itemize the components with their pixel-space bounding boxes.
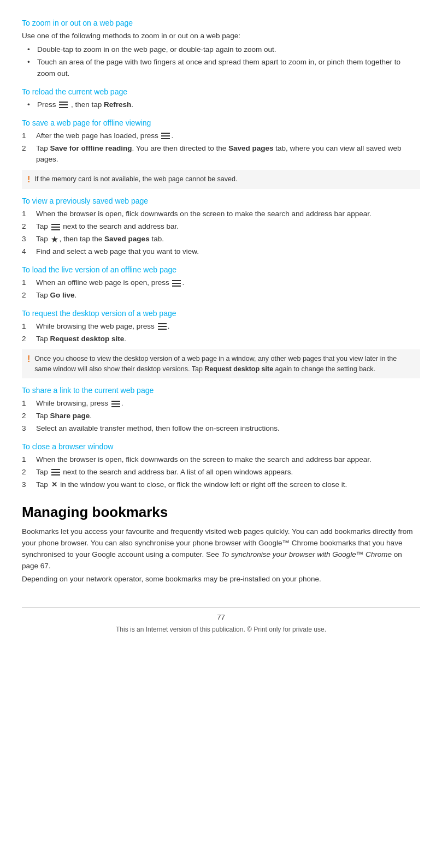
live-bold: Go live: [50, 291, 75, 299]
desktop-steps: 1 While browsing the web page, press . 2…: [22, 321, 420, 345]
vs-step-4-text: Find and select a web page that you want…: [36, 246, 199, 258]
desktop-num-2: 2: [22, 334, 31, 345]
live-step-2: 2 Tap Go live.: [22, 290, 420, 301]
share-steps: 1 While browsing, press . 2 Tap Share pa…: [22, 398, 420, 435]
save-num-2: 2: [22, 143, 31, 166]
reload-bold: Refresh: [104, 100, 131, 109]
menu-icon-reload: [59, 102, 68, 108]
warning-icon-desktop: !: [27, 354, 30, 364]
menu-icon-close2: [51, 469, 60, 475]
close-step-3-text: Tap ✕ in the window you want to close, o…: [36, 479, 347, 491]
star-icon-vs3: [51, 236, 58, 243]
vs-step-1-text: When the browser is open, flick downward…: [36, 209, 372, 220]
save-bold-1: Save for offline reading: [50, 144, 132, 152]
view-saved-step-4: 4 Find and select a web page that you wa…: [22, 246, 420, 258]
heading-view-saved: To view a previously saved web page: [22, 197, 420, 205]
vs-num-3: 3: [22, 234, 31, 245]
share-step-1-text: While browsing, press .: [36, 398, 123, 409]
save-warning: ! If the memory card is not available, t…: [22, 170, 420, 189]
live-num-1: 1: [22, 277, 31, 289]
reload-step-1: Press , then tap Refresh.: [27, 99, 420, 111]
share-step-3-text: Select an available transfer method, the…: [36, 423, 280, 435]
zoom-bullet-1: Double-tap to zoom in on the web page, o…: [27, 44, 420, 56]
vs-step-3-text: Tap , then tap the Saved pages tab.: [36, 234, 164, 245]
desktop-warning: ! Once you choose to view the desktop ve…: [22, 349, 420, 379]
heading-save: To save a web page for offline viewing: [22, 118, 420, 127]
zoom-bullet-2: Touch an area of the page with two finge…: [27, 57, 420, 80]
close-step-3: 3 Tap ✕ in the window you want to close,…: [22, 479, 420, 491]
desktop-warning-bold: Request desktop site: [204, 365, 273, 373]
save-num-1: 1: [22, 130, 31, 142]
vs-num-4: 4: [22, 246, 31, 258]
save-bold-2: Saved pages: [228, 144, 274, 152]
managing-italic: To synchronise your browser with Google™…: [221, 550, 392, 558]
section-live: To load the live version of an offline w…: [22, 265, 420, 301]
close-num-3: 3: [22, 479, 31, 491]
menu-icon-share1: [111, 401, 120, 407]
menu-icon-vs2: [51, 224, 60, 230]
share-num-1: 1: [22, 398, 31, 409]
heading-live: To load the live version of an offline w…: [22, 265, 420, 274]
vs-num-2: 2: [22, 221, 31, 233]
share-bold: Share page: [50, 412, 90, 420]
share-step-2: 2 Tap Share page.: [22, 411, 420, 422]
desktop-bold: Request desktop site: [50, 335, 125, 343]
zoom-bullets: Double-tap to zoom in on the web page, o…: [22, 44, 420, 80]
close-step-2: 2 Tap next to the search and address bar…: [22, 467, 420, 478]
zoom-intro: Use one of the following methods to zoom…: [22, 31, 420, 42]
view-saved-steps: 1 When the browser is open, flick downwa…: [22, 209, 420, 258]
desktop-num-1: 1: [22, 321, 31, 332]
section-desktop: To request the desktop version of a web …: [22, 309, 420, 378]
close-step-1-text: When the browser is open, flick downward…: [36, 454, 372, 466]
close-steps: 1 When the browser is open, flick downwa…: [22, 454, 420, 491]
save-step-1-text: After the web page has loaded, press .: [36, 130, 173, 142]
desktop-step-1: 1 While browsing the web page, press .: [22, 321, 420, 332]
section-share: To share a link to the current web page …: [22, 386, 420, 435]
section-zoom: To zoom in or out on a web page Use one …: [22, 19, 420, 80]
section-view-saved: To view a previously saved web page 1 Wh…: [22, 197, 420, 258]
desktop-step-2-text: Tap Request desktop site.: [36, 334, 126, 345]
reload-text-before: Press: [37, 100, 58, 109]
view-saved-step-2: 2 Tap next to the search and address bar…: [22, 221, 420, 233]
footer-note: This is an Internet version of this publ…: [116, 626, 326, 633]
vs-step-2-text: Tap next to the search and address bar.: [36, 221, 179, 233]
page-number: 77: [22, 613, 420, 621]
live-step-1-text: When an offline web page is open, press …: [36, 277, 184, 289]
share-step-1: 1 While browsing, press .: [22, 398, 420, 409]
heading-close: To close a browser window: [22, 442, 420, 451]
managing-heading: Managing bookmarks: [22, 504, 420, 521]
save-step-2-text: Tap Save for offline reading. You are th…: [36, 143, 420, 166]
section-managing: Managing bookmarks Bookmarks let you acc…: [22, 504, 420, 586]
share-num-3: 3: [22, 423, 31, 435]
view-saved-step-1: 1 When the browser is open, flick downwa…: [22, 209, 420, 220]
warning-text-desktop: Once you choose to view the desktop vers…: [34, 354, 415, 374]
close-step-2-text: Tap next to the search and address bar. …: [36, 467, 293, 478]
reload-text-after: , then tap Refresh.: [71, 100, 133, 109]
save-step-2: 2 Tap Save for offline reading. You are …: [22, 143, 420, 166]
footer: 77 This is an Internet version of this p…: [22, 607, 420, 633]
reload-steps: Press , then tap Refresh.: [22, 99, 420, 111]
live-steps: 1 When an offline web page is open, pres…: [22, 277, 420, 301]
save-steps: 1 After the web page has loaded, press .…: [22, 130, 420, 166]
managing-para2: Depending on your network operator, some…: [22, 574, 420, 585]
warning-text-save: If the memory card is not available, the…: [34, 174, 237, 185]
desktop-step-2: 2 Tap Request desktop site.: [22, 334, 420, 345]
section-close: To close a browser window 1 When the bro…: [22, 442, 420, 491]
vs-bold-saved: Saved pages: [104, 235, 150, 243]
menu-icon-live1: [172, 280, 181, 287]
share-step-3: 3 Select an available transfer method, t…: [22, 423, 420, 435]
vs-num-1: 1: [22, 209, 31, 220]
live-num-2: 2: [22, 290, 31, 301]
heading-desktop: To request the desktop version of a web …: [22, 309, 420, 318]
live-step-1: 1 When an offline web page is open, pres…: [22, 277, 420, 289]
close-num-1: 1: [22, 454, 31, 466]
close-num-2: 2: [22, 467, 31, 478]
x-icon-close3: ✕: [51, 479, 57, 490]
close-step-1: 1 When the browser is open, flick downwa…: [22, 454, 420, 466]
section-reload: To reload the current web page Press , t…: [22, 87, 420, 111]
share-step-2-text: Tap Share page.: [36, 411, 92, 422]
heading-share: To share a link to the current web page: [22, 386, 420, 395]
menu-icon-desk1: [158, 323, 167, 330]
section-save: To save a web page for offline viewing 1…: [22, 118, 420, 189]
desktop-step-1-text: While browsing the web page, press .: [36, 321, 169, 332]
